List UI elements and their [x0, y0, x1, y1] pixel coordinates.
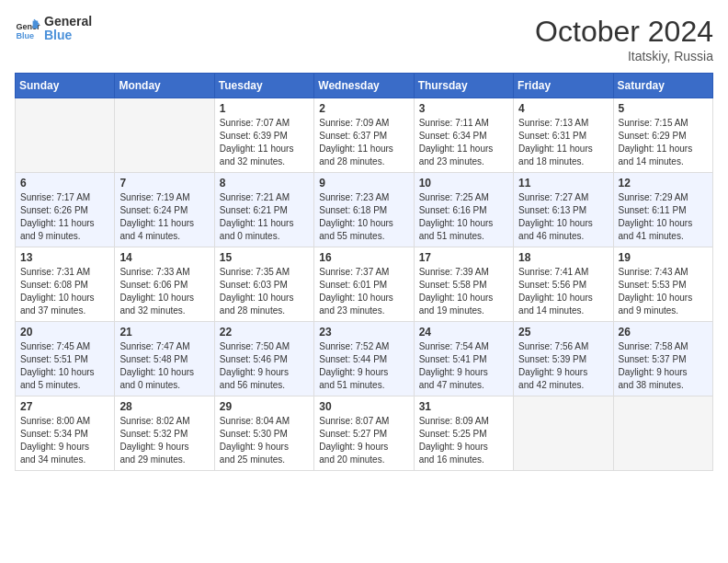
day-info: Sunrise: 7:23 AM Sunset: 6:18 PM Dayligh…: [319, 191, 408, 243]
day-number: 9: [319, 177, 408, 190]
day-cell: 15Sunrise: 7:35 AM Sunset: 6:03 PM Dayli…: [214, 247, 313, 322]
day-number: 8: [220, 177, 309, 190]
day-info: Sunrise: 7:58 AM Sunset: 5:37 PM Dayligh…: [619, 340, 708, 392]
day-cell: 20Sunrise: 7:45 AM Sunset: 5:51 PM Dayli…: [16, 322, 115, 396]
day-number: 1: [220, 102, 309, 115]
day-number: 28: [119, 400, 209, 413]
day-number: 20: [20, 326, 109, 339]
day-number: 10: [419, 177, 508, 190]
day-info: Sunrise: 7:11 AM Sunset: 6:34 PM Dayligh…: [419, 117, 508, 168]
day-info: Sunrise: 7:43 AM Sunset: 5:53 PM Dayligh…: [619, 266, 708, 317]
day-cell: 29Sunrise: 8:04 AM Sunset: 5:30 PM Dayli…: [214, 396, 313, 471]
day-info: Sunrise: 7:17 AM Sunset: 6:26 PM Dayligh…: [20, 191, 109, 243]
week-row-1: 1Sunrise: 7:07 AM Sunset: 6:39 PM Daylig…: [16, 98, 713, 173]
day-info: Sunrise: 7:31 AM Sunset: 6:08 PM Dayligh…: [20, 266, 109, 317]
day-number: 24: [419, 326, 508, 339]
day-info: Sunrise: 8:07 AM Sunset: 5:27 PM Dayligh…: [319, 415, 408, 466]
day-info: Sunrise: 8:04 AM Sunset: 5:30 PM Dayligh…: [220, 415, 309, 466]
logo-text-general: General: [44, 15, 92, 29]
day-info: Sunrise: 7:52 AM Sunset: 5:44 PM Dayligh…: [319, 340, 408, 392]
day-header-sunday: Sunday: [16, 74, 115, 98]
day-number: 11: [518, 177, 608, 190]
day-cell: 16Sunrise: 7:37 AM Sunset: 6:01 PM Dayli…: [314, 247, 414, 322]
day-number: 4: [518, 102, 608, 115]
day-number: 31: [419, 400, 508, 413]
day-number: 29: [220, 400, 309, 413]
day-info: Sunrise: 7:13 AM Sunset: 6:31 PM Dayligh…: [518, 117, 608, 168]
day-cell: 2Sunrise: 7:09 AM Sunset: 6:37 PM Daylig…: [314, 98, 414, 173]
day-cell: 27Sunrise: 8:00 AM Sunset: 5:34 PM Dayli…: [16, 396, 115, 471]
day-cell: 22Sunrise: 7:50 AM Sunset: 5:46 PM Dayli…: [214, 322, 313, 396]
day-header-monday: Monday: [115, 74, 214, 98]
day-number: 19: [619, 251, 708, 264]
day-info: Sunrise: 7:21 AM Sunset: 6:21 PM Dayligh…: [220, 191, 309, 243]
day-number: 16: [319, 251, 408, 264]
day-cell: [514, 396, 613, 471]
day-cell: [613, 396, 712, 471]
day-number: 12: [619, 177, 708, 190]
day-number: 17: [419, 251, 508, 264]
day-cell: 10Sunrise: 7:25 AM Sunset: 6:16 PM Dayli…: [414, 173, 513, 247]
day-cell: 6Sunrise: 7:17 AM Sunset: 6:26 PM Daylig…: [16, 173, 115, 247]
day-number: 21: [119, 326, 209, 339]
day-cell: 24Sunrise: 7:54 AM Sunset: 5:41 PM Dayli…: [414, 322, 513, 396]
day-header-wednesday: Wednesday: [314, 74, 414, 98]
day-number: 5: [619, 102, 708, 115]
day-info: Sunrise: 7:33 AM Sunset: 6:06 PM Dayligh…: [119, 266, 209, 317]
day-info: Sunrise: 7:45 AM Sunset: 5:51 PM Dayligh…: [20, 340, 109, 392]
day-info: Sunrise: 7:25 AM Sunset: 6:16 PM Dayligh…: [419, 191, 508, 243]
day-info: Sunrise: 7:29 AM Sunset: 6:11 PM Dayligh…: [619, 191, 708, 243]
day-header-friday: Friday: [514, 74, 613, 98]
day-cell: 5Sunrise: 7:15 AM Sunset: 6:29 PM Daylig…: [613, 98, 712, 173]
day-cell: 23Sunrise: 7:52 AM Sunset: 5:44 PM Dayli…: [314, 322, 414, 396]
logo-icon: General Blue: [15, 16, 40, 41]
location-subtitle: Itatskiy, Russia: [535, 49, 713, 63]
day-cell: 25Sunrise: 7:56 AM Sunset: 5:39 PM Dayli…: [514, 322, 613, 396]
day-info: Sunrise: 8:00 AM Sunset: 5:34 PM Dayligh…: [20, 415, 109, 466]
day-info: Sunrise: 7:41 AM Sunset: 5:56 PM Dayligh…: [518, 266, 608, 317]
day-cell: 30Sunrise: 8:07 AM Sunset: 5:27 PM Dayli…: [314, 396, 414, 471]
day-number: 22: [220, 326, 309, 339]
day-cell: 28Sunrise: 8:02 AM Sunset: 5:32 PM Dayli…: [115, 396, 214, 471]
day-cell: [115, 98, 214, 173]
day-info: Sunrise: 7:50 AM Sunset: 5:46 PM Dayligh…: [220, 340, 309, 392]
day-number: 13: [20, 251, 109, 264]
day-info: Sunrise: 7:54 AM Sunset: 5:41 PM Dayligh…: [419, 340, 508, 392]
day-cell: 18Sunrise: 7:41 AM Sunset: 5:56 PM Dayli…: [514, 247, 613, 322]
day-info: Sunrise: 7:47 AM Sunset: 5:48 PM Dayligh…: [119, 340, 209, 392]
day-info: Sunrise: 7:35 AM Sunset: 6:03 PM Dayligh…: [220, 266, 309, 317]
day-info: Sunrise: 7:07 AM Sunset: 6:39 PM Dayligh…: [220, 117, 309, 168]
day-number: 7: [119, 177, 209, 190]
day-number: 23: [319, 326, 408, 339]
day-cell: 17Sunrise: 7:39 AM Sunset: 5:58 PM Dayli…: [414, 247, 513, 322]
day-number: 2: [319, 102, 408, 115]
title-block: October 2024 Itatskiy, Russia: [535, 15, 713, 63]
day-number: 25: [518, 326, 608, 339]
day-cell: 11Sunrise: 7:27 AM Sunset: 6:13 PM Dayli…: [514, 173, 613, 247]
week-row-2: 6Sunrise: 7:17 AM Sunset: 6:26 PM Daylig…: [16, 173, 713, 247]
day-cell: 8Sunrise: 7:21 AM Sunset: 6:21 PM Daylig…: [214, 173, 313, 247]
day-info: Sunrise: 7:56 AM Sunset: 5:39 PM Dayligh…: [518, 340, 608, 392]
day-number: 26: [619, 326, 708, 339]
logo-text-blue: Blue: [44, 29, 92, 42]
day-cell: 19Sunrise: 7:43 AM Sunset: 5:53 PM Dayli…: [613, 247, 712, 322]
day-number: 27: [20, 400, 109, 413]
day-cell: 21Sunrise: 7:47 AM Sunset: 5:48 PM Dayli…: [115, 322, 214, 396]
day-info: Sunrise: 8:02 AM Sunset: 5:32 PM Dayligh…: [119, 415, 209, 466]
day-info: Sunrise: 7:27 AM Sunset: 6:13 PM Dayligh…: [518, 191, 608, 243]
day-cell: 3Sunrise: 7:11 AM Sunset: 6:34 PM Daylig…: [414, 98, 513, 173]
day-cell: 1Sunrise: 7:07 AM Sunset: 6:39 PM Daylig…: [214, 98, 313, 173]
calendar-table: SundayMondayTuesdayWednesdayThursdayFrid…: [15, 73, 713, 471]
day-cell: 9Sunrise: 7:23 AM Sunset: 6:18 PM Daylig…: [314, 173, 414, 247]
day-cell: 12Sunrise: 7:29 AM Sunset: 6:11 PM Dayli…: [613, 173, 712, 247]
day-number: 14: [119, 251, 209, 264]
day-cell: 26Sunrise: 7:58 AM Sunset: 5:37 PM Dayli…: [613, 322, 712, 396]
day-number: 15: [220, 251, 309, 264]
day-cell: 31Sunrise: 8:09 AM Sunset: 5:25 PM Dayli…: [414, 396, 513, 471]
page-header: General Blue General Blue October 2024 I…: [15, 15, 713, 63]
day-cell: 4Sunrise: 7:13 AM Sunset: 6:31 PM Daylig…: [514, 98, 613, 173]
day-number: 3: [419, 102, 508, 115]
day-cell: 13Sunrise: 7:31 AM Sunset: 6:08 PM Dayli…: [16, 247, 115, 322]
day-header-tuesday: Tuesday: [214, 74, 313, 98]
day-header-saturday: Saturday: [613, 74, 712, 98]
